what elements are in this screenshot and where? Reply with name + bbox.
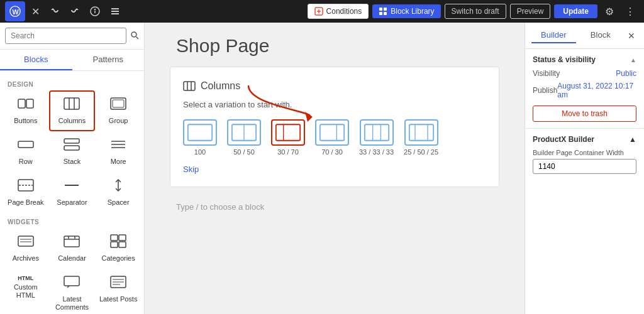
block-item-group[interactable]: Group [95,90,142,131]
svg-rect-41 [111,242,118,247]
toolbar: W ✕ Conditions Block Library Switch to d… [0,0,644,23]
tab-patterns[interactable]: Patterns [72,50,145,70]
block-item-buttons[interactable]: Buttons [3,90,49,131]
spacer-label: Spacer [108,198,130,207]
design-block-grid: Buttons Columns Group [0,90,144,214]
block-item-spacer[interactable]: Spacer [95,172,142,213]
move-to-trash-button[interactable]: Move to trash [533,106,636,122]
block-item-row[interactable]: Row [3,131,49,172]
columns-icon [64,97,80,114]
variation-70-30[interactable]: 70 / 30 [315,119,349,156]
search-icon-button[interactable] [130,31,139,41]
svg-rect-54 [276,124,300,141]
settings-gear-button[interactable]: ⚙ [601,3,618,20]
block-item-categories[interactable]: Categories [95,228,142,269]
latest-posts-icon [110,275,126,293]
latest-comments-icon [64,275,80,293]
svg-text:W: W [13,8,19,16]
undo-button[interactable] [46,4,64,19]
separator-label: Separator [57,198,87,207]
variation-33-33-33-icon [360,119,394,146]
svg-rect-56 [320,124,344,141]
list-view-button[interactable] [106,4,124,19]
block-item-latest-posts[interactable]: Latest Posts [95,269,142,314]
wp-logo-icon[interactable]: W [5,1,25,21]
block-item-archives[interactable]: Archives [3,228,49,269]
svg-rect-21 [113,100,124,107]
variation-25-50-25-icon [404,119,438,146]
visibility-value[interactable]: Public [616,69,636,78]
svg-rect-5 [111,8,119,9]
block-item-latest-comments[interactable]: Latest Comments [49,269,96,314]
search-bar [0,23,144,50]
block-picker: Columns Select a variation to start with… [170,67,499,187]
page-title: Shop Page [170,35,499,57]
widgets-block-grid: Archives Calendar Categories [0,228,144,314]
block-library-button[interactable]: Block Library [372,4,440,18]
variation-30-70[interactable]: 30 / 70 [271,119,305,156]
preview-button[interactable]: Preview [510,4,551,19]
svg-rect-61 [409,124,433,141]
status-section: Status & visibility ▲ Visibility Public … [525,49,644,129]
redo-button[interactable] [66,4,84,19]
variations-row: 100 50 / 50 30 / 70 [183,119,486,156]
close-button[interactable]: ✕ [28,3,43,20]
variation-70-30-label: 70 / 30 [321,148,343,156]
group-icon [110,97,126,114]
svg-point-4 [95,9,96,10]
categories-icon [110,234,126,252]
block-item-columns[interactable]: Columns [49,90,96,131]
categories-label: Categories [102,254,135,263]
latest-posts-label: Latest Posts [99,295,138,303]
switch-draft-button[interactable]: Switch to draft [445,4,506,19]
more-label: More [111,158,126,166]
stack-icon [64,138,80,155]
svg-rect-40 [119,235,126,241]
variation-25-50-25[interactable]: 25 / 50 / 25 [404,119,438,156]
variation-50-50-label: 50 / 50 [233,148,255,156]
group-label: Group [109,117,128,125]
panel-tab-builder[interactable]: Builder [531,28,576,43]
update-button[interactable]: Update [554,4,597,18]
variation-33-33-33[interactable]: 33 / 33 / 33 [359,119,394,156]
productx-title: ProductX Builder ▲ [533,135,636,144]
block-item-stack[interactable]: Stack [49,131,96,172]
block-item-more[interactable]: More [95,131,142,172]
panel-tab-block[interactable]: Block [579,28,623,43]
columns-header-icon [183,80,196,92]
search-input[interactable] [5,28,126,44]
block-item-separator[interactable]: Separator [49,172,96,213]
variation-100[interactable]: 100 [183,119,217,156]
status-section-title: Status & visibility ▲ [533,55,636,64]
info-button[interactable] [86,4,104,19]
close-panel-button[interactable]: ✕ [625,30,638,42]
svg-rect-17 [64,98,79,109]
skip-link[interactable]: Skip [183,165,199,174]
conditions-button[interactable]: Conditions [308,4,369,19]
svg-rect-39 [111,235,118,241]
svg-rect-15 [18,99,25,108]
svg-rect-22 [18,141,33,148]
publish-label: Publish [533,86,557,95]
type-block-hint: Type / to choose a block [170,197,499,217]
archives-icon [18,234,34,252]
publish-value[interactable]: August 31, 2022 10:17 am [557,82,636,99]
design-section-label: DESIGN [0,76,144,90]
variation-50-50[interactable]: 50 / 50 [227,119,261,156]
svg-rect-48 [184,82,195,90]
block-item-calendar[interactable]: Calendar [49,228,96,269]
svg-rect-10 [384,8,387,11]
block-item-custom-html[interactable]: HTML Custom HTML [3,269,49,314]
custom-html-label: Custom HTML [6,283,45,300]
svg-point-13 [131,32,136,37]
svg-rect-42 [119,242,126,247]
variation-30-70-icon [271,119,305,146]
block-item-page-break[interactable]: Page Break [3,172,49,213]
left-sidebar: Blocks Patterns DESIGN Buttons Colum [0,23,145,314]
center-content: Shop Page Columns Select a variation to … [145,23,525,314]
kebab-menu-button[interactable]: ⋮ [621,3,639,20]
container-width-label: Builder Page Container Width [533,149,636,156]
svg-rect-9 [379,8,382,11]
container-width-input[interactable] [533,159,636,174]
tab-blocks[interactable]: Blocks [0,50,72,70]
